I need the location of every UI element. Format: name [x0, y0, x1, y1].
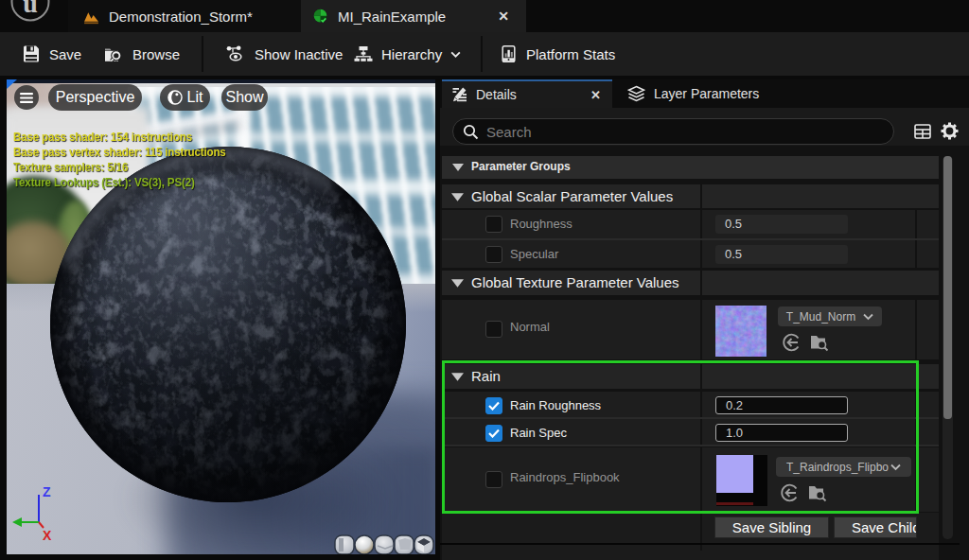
svg-text:X: X [43, 528, 52, 543]
svg-text:Z: Z [43, 484, 51, 499]
svg-text:u: u [23, 0, 38, 18]
